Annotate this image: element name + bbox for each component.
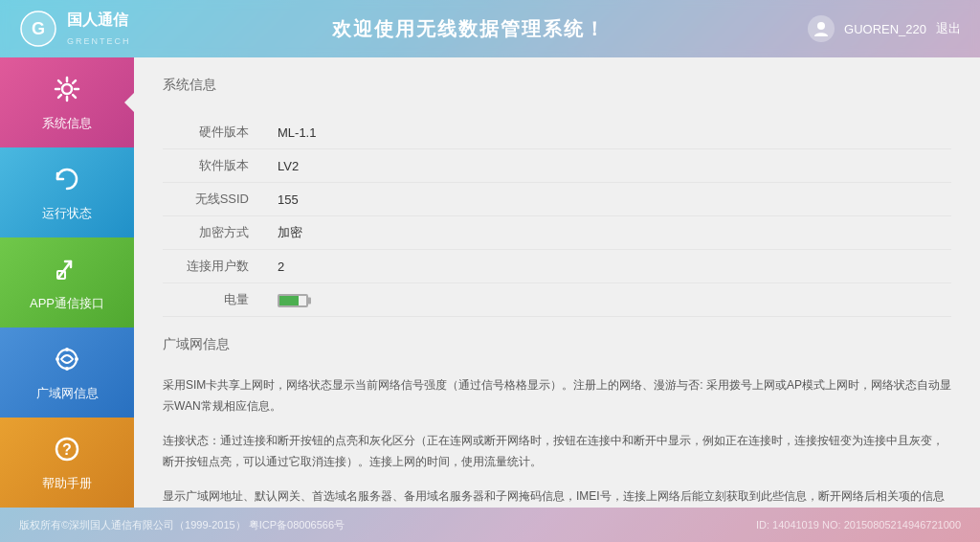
field-value-ssid: 155	[278, 192, 299, 207]
sidebar-item-wan-info[interactable]: 广域网信息	[0, 327, 134, 418]
system-info-table: 硬件版本 ML-1.1 软件版本 LV2 无线SSID 155 加密方式 加密 …	[163, 116, 951, 317]
logo-icon: G	[19, 10, 57, 48]
user-avatar	[808, 15, 835, 42]
sidebar-item-app-interface[interactable]: APP通信接口	[0, 237, 134, 327]
table-row: 硬件版本 ML-1.1	[163, 116, 951, 149]
system-info-title: 系统信息	[163, 77, 951, 102]
avatar-icon	[813, 20, 830, 37]
footer-copyright: 版权所有©深圳国人通信有限公司（1999-2015） 粤ICP备08006566…	[19, 518, 345, 532]
logout-button[interactable]: 退出	[936, 20, 961, 37]
svg-point-7	[75, 357, 78, 361]
wan-paragraph-2: 连接状态：通过连接和断开按钮的点亮和灰化区分（正在连网或断开网络时，按钮在连接中…	[163, 431, 951, 472]
svg-text:G: G	[32, 19, 45, 38]
content-panel: 系统信息 硬件版本 ML-1.1 软件版本 LV2 无线SSID 155 加密方…	[134, 57, 980, 508]
field-label-hardware: 硬件版本	[163, 124, 278, 141]
help-icon: ?	[52, 434, 82, 469]
network-icon	[52, 344, 82, 379]
wan-paragraph-3: 显示广域网地址、默认网关、首选域名服务器、备用域名服务器和子网掩码信息，IMEI…	[163, 486, 951, 508]
svg-point-6	[56, 357, 59, 361]
field-label-users: 连接用户数	[163, 258, 278, 275]
table-row: 电量	[163, 283, 951, 317]
refresh-icon	[52, 164, 82, 199]
field-value-users: 2	[278, 260, 284, 274]
wan-info-title: 广域网信息	[163, 336, 951, 361]
username: GUOREN_220	[844, 22, 926, 36]
table-row: 加密方式 加密	[163, 216, 951, 250]
user-area: GUOREN_220 退出	[808, 15, 961, 42]
field-label-software: 软件版本	[163, 157, 278, 174]
sidebar-item-system-info[interactable]: 系统信息	[0, 57, 134, 147]
field-value-battery	[278, 292, 308, 307]
sidebar-label-app-interface: APP通信接口	[30, 295, 104, 312]
field-label-battery: 电量	[163, 291, 278, 308]
footer-id: ID: 14041019 NO: 20150805214946721000	[756, 519, 961, 531]
field-value-hardware: ML-1.1	[278, 125, 316, 140]
header: G 国人通信 GRENTECH 欢迎使用无线数据管理系统！ GUOREN_220…	[0, 0, 980, 57]
sidebar-label-running-status: 运行状态	[42, 205, 92, 222]
sidebar-item-running-status[interactable]: 运行状态	[0, 147, 134, 237]
field-value-software: LV2	[278, 159, 299, 173]
svg-point-9	[65, 367, 69, 371]
svg-point-2	[817, 22, 825, 30]
sidebar-label-help: 帮助手册	[42, 475, 92, 492]
logo-area: G 国人通信 GRENTECH	[19, 10, 131, 48]
table-row: 无线SSID 155	[163, 183, 951, 216]
main-container: 系统信息 运行状态 APP通信接口	[0, 57, 980, 508]
sidebar-label-system-info: 系统信息	[42, 115, 92, 132]
svg-point-3	[62, 84, 72, 94]
table-row: 软件版本 LV2	[163, 149, 951, 183]
app-icon	[52, 254, 82, 289]
svg-text:?: ?	[62, 441, 72, 458]
wan-paragraph-1: 采用SIM卡共享上网时，网络状态显示当前网络信号强度（通过信号格格显示）。注册上…	[163, 375, 951, 417]
field-label-encrypt: 加密方式	[163, 224, 278, 241]
field-value-encrypt: 加密	[278, 224, 302, 241]
gear-icon	[52, 74, 82, 109]
sidebar-label-wan-info: 广域网信息	[36, 385, 99, 402]
header-title: 欢迎使用无线数据管理系统！	[131, 16, 809, 42]
battery-indicator	[278, 294, 308, 307]
footer: 版权所有©深圳国人通信有限公司（1999-2015） 粤ICP备08006566…	[0, 508, 980, 542]
logo-subtitle: GRENTECH	[67, 36, 131, 46]
sidebar: 系统信息 运行状态 APP通信接口	[0, 57, 134, 508]
sidebar-item-help[interactable]: ? 帮助手册	[0, 418, 134, 508]
svg-point-8	[65, 348, 69, 351]
table-row: 连接用户数 2	[163, 250, 951, 283]
logo-main: 国人通信	[67, 11, 131, 31]
logo-text-block: 国人通信 GRENTECH	[67, 11, 131, 48]
field-label-ssid: 无线SSID	[163, 191, 278, 208]
